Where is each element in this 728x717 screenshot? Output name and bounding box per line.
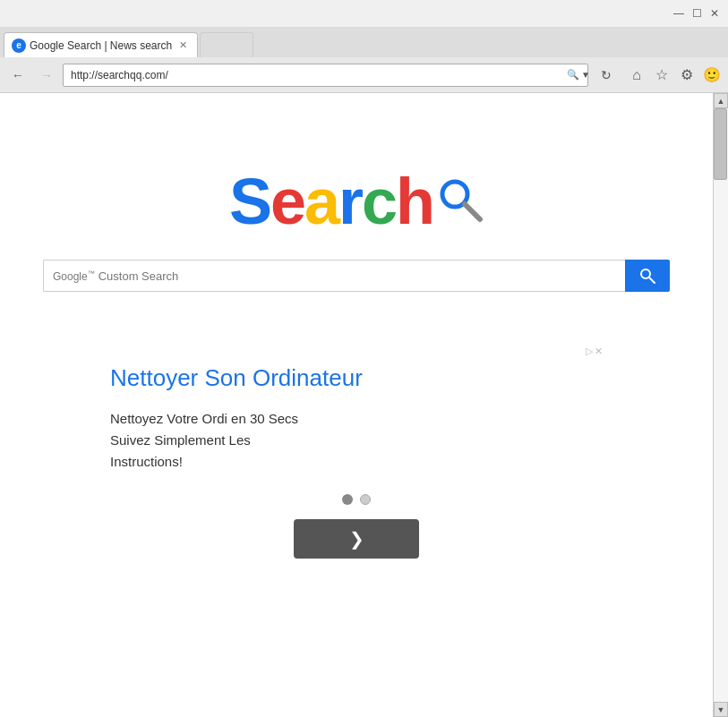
- logo-letter-c: c: [362, 166, 396, 237]
- browser-frame: — ☐ ✕ e Google Search | News search ✕ ← …: [0, 0, 728, 717]
- toolbar-icons: ⌂ ☆ ⚙ 🙂: [626, 64, 723, 86]
- search-input-wrapper: Google™: [43, 260, 625, 292]
- address-bar: ← → 🔍 ▼ ↻ ⌂ ☆ ⚙ 🙂: [0, 57, 728, 93]
- close-button[interactable]: ✕: [708, 7, 721, 20]
- carousel-dots: [110, 494, 603, 505]
- home-icon[interactable]: ⌂: [626, 64, 647, 86]
- ad-close-icon[interactable]: ✕: [595, 346, 603, 357]
- minimize-button[interactable]: —: [672, 7, 685, 20]
- tab-bar: e Google Search | News search ✕: [0, 27, 728, 57]
- tab-label: Google Search | News search: [30, 39, 172, 52]
- back-button[interactable]: ←: [5, 63, 30, 88]
- carousel-dot-2[interactable]: [360, 494, 371, 505]
- empty-tab-area: [200, 32, 253, 57]
- ad-body-line1: Nettoyez Votre Ordi en 30 Secs: [110, 411, 298, 426]
- search-input[interactable]: [98, 269, 616, 283]
- search-button[interactable]: [625, 260, 670, 292]
- ad-body-line2: Suivez Simplement Les: [110, 432, 251, 448]
- logo-letter-a: a: [304, 166, 338, 237]
- ad-section: ▷ ✕ Nettoyer Son Ordinateur Nettoyez Vot…: [110, 346, 603, 559]
- url-input[interactable]: [63, 64, 588, 87]
- logo-letter-h: h: [396, 166, 433, 237]
- tab-close-button[interactable]: ✕: [176, 38, 190, 53]
- settings-icon[interactable]: ⚙: [676, 64, 698, 86]
- scroll-down-button[interactable]: ▼: [714, 702, 728, 717]
- site-logo: Search: [229, 165, 433, 238]
- active-tab[interactable]: e Google Search | News search ✕: [4, 32, 198, 57]
- scroll-thumb[interactable]: [714, 108, 727, 180]
- ad-title[interactable]: Nettoyer Son Ordinateur: [110, 363, 603, 394]
- next-arrow-icon: ❯: [349, 528, 364, 550]
- ad-badge: ▷ ✕: [586, 346, 603, 357]
- window-controls: — ☐ ✕: [672, 7, 721, 20]
- refresh-button[interactable]: ↻: [594, 63, 619, 88]
- next-button-wrapper: ❯: [110, 505, 603, 559]
- scroll-up-button[interactable]: ▲: [714, 93, 728, 108]
- svg-line-3: [649, 277, 655, 283]
- logo-letter-S: S: [229, 166, 270, 237]
- search-button-icon: [639, 268, 655, 284]
- favorites-icon[interactable]: ☆: [651, 64, 672, 86]
- title-bar: — ☐ ✕: [0, 0, 728, 27]
- google-label: Google™: [53, 269, 95, 283]
- search-icon: 🔍: [567, 69, 579, 81]
- content-area: Search Google™: [0, 93, 728, 717]
- ad-title-text: Nettoyer Son Ordinateur: [110, 364, 363, 391]
- search-section: Google™: [43, 260, 670, 292]
- page-inner: Search Google™: [0, 93, 713, 717]
- scroll-track: [714, 108, 728, 702]
- smiley-icon: 🙂: [701, 64, 723, 86]
- tab-favicon: e: [12, 38, 26, 53]
- next-button[interactable]: ❯: [294, 519, 419, 559]
- logo-letter-e: e: [270, 166, 304, 237]
- scrollbar: ▲ ▼: [713, 93, 728, 717]
- ad-body: Nettoyez Votre Ordi en 30 Secs Suivez Si…: [110, 408, 603, 473]
- carousel-dot-1[interactable]: [342, 494, 353, 505]
- ad-body-line3: Instructions!: [110, 454, 183, 469]
- page-content: Search Google™: [0, 93, 713, 717]
- magnifier-icon: [437, 176, 484, 226]
- logo-section: Search: [229, 165, 484, 238]
- dropdown-icon: ▼: [581, 70, 590, 80]
- logo-letter-r: r: [338, 166, 362, 237]
- forward-button[interactable]: →: [34, 63, 59, 88]
- svg-line-1: [465, 204, 480, 219]
- ad-play-icon: ▷: [586, 346, 593, 357]
- maximize-button[interactable]: ☐: [690, 7, 703, 20]
